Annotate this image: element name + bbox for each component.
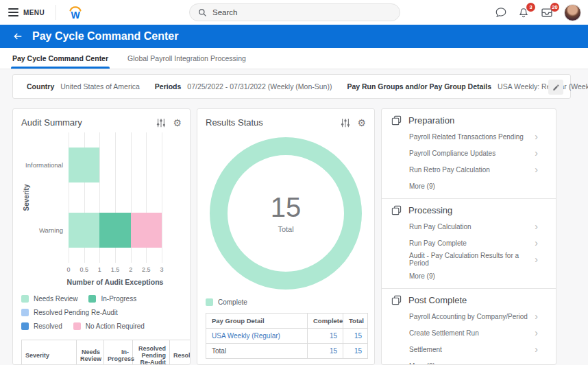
- inbox-badge: 20: [550, 3, 559, 12]
- chevron-right-icon: ›: [535, 222, 538, 231]
- legend-label: No Action Required: [86, 322, 145, 330]
- column-header: Severity: [22, 340, 77, 365]
- card-title: Audit Summary: [21, 117, 156, 128]
- card-actions: ⚙: [341, 118, 366, 128]
- column-header: Needs Review: [77, 340, 104, 365]
- results-table: Pay Group DetailCompleteTotal USA Weekly…: [206, 313, 368, 359]
- filter-value: 07/25/2022 - 07/31/2022 (Weekly (Mon-Sun…: [187, 82, 332, 91]
- process-link-item[interactable]: Payroll Accounting by Company/Period›: [382, 308, 556, 325]
- more-link[interactable]: More (9): [382, 268, 556, 284]
- legend-label: Needs Review: [34, 295, 77, 303]
- tab-global-payroll-integration-processing[interactable]: Global Payroll Integration Processing: [127, 48, 246, 69]
- process-link-item[interactable]: Run Retro Pay Calculation›: [382, 161, 556, 178]
- filter-bar: Country United States of America Periods…: [12, 74, 571, 99]
- table-cell: Total: [206, 344, 308, 359]
- audit-table: SeverityNeeds ReviewIn-ProgressResolved …: [21, 340, 191, 365]
- workday-logo[interactable]: W: [67, 5, 84, 21]
- legend-swatch: [88, 295, 96, 303]
- svg-text:W: W: [71, 10, 80, 21]
- bar-segment: [131, 213, 162, 248]
- gridline: [162, 132, 162, 263]
- inbox-button[interactable]: 20: [540, 6, 554, 19]
- legend-item: In-Progress: [88, 295, 136, 303]
- process-panel-card: PreparationPayroll Related Transactions …: [381, 108, 556, 365]
- results-table-body: USA Weekly (Regular)1515Total1515: [206, 329, 368, 359]
- process-link-item[interactable]: Payroll Compliance Updates›: [382, 145, 556, 161]
- filter-label: Periods: [155, 82, 182, 91]
- x-axis-label: Number of Audit Exceptions: [40, 278, 191, 286]
- more-link[interactable]: More (9): [382, 357, 556, 365]
- chevron-right-icon: ›: [535, 165, 538, 174]
- process-section: Post CompletePayroll Accounting by Compa…: [382, 288, 556, 365]
- results-legend: Complete: [206, 298, 374, 306]
- pages-icon: [391, 115, 402, 126]
- table-link-cell[interactable]: 15: [308, 344, 343, 359]
- audit-plot: [69, 132, 162, 263]
- process-section-header: Preparation: [382, 113, 556, 127]
- gear-icon[interactable]: ⚙: [357, 118, 366, 128]
- back-button[interactable]: [12, 31, 23, 42]
- process-link-item[interactable]: Run Pay Calculation›: [382, 218, 556, 235]
- divider: [56, 5, 56, 20]
- chat-icon: [495, 6, 507, 19]
- process-link-item[interactable]: Audit - Pay Calculation Results for a Pe…: [382, 251, 556, 268]
- page-title: Pay Cycle Command Center: [32, 30, 178, 43]
- chat-button[interactable]: [495, 6, 507, 19]
- table-link-cell[interactable]: 15: [343, 344, 368, 359]
- topbar-actions: 3 20: [495, 0, 581, 25]
- chart-settings-icon[interactable]: [341, 118, 350, 128]
- item-label: Run Pay Calculation: [409, 223, 471, 231]
- pages-icon: [391, 205, 402, 215]
- legend-item: No Action Required: [73, 322, 145, 330]
- item-label: Run Pay Complete: [409, 239, 467, 247]
- legend-label: Resolved: [34, 322, 62, 330]
- section-title: Post Complete: [408, 295, 467, 305]
- search-input[interactable]: [212, 8, 377, 16]
- table-link-cell[interactable]: 15: [308, 329, 343, 344]
- notifications-button[interactable]: 3: [517, 6, 530, 19]
- process-section-header: Processing: [382, 203, 556, 217]
- column-header: Resolved: [170, 340, 191, 365]
- chevron-right-icon: ›: [535, 344, 538, 354]
- bar-segment: [69, 213, 99, 248]
- audit-table-header-row: SeverityNeeds ReviewIn-ProgressResolved …: [22, 340, 191, 365]
- column-header: Total: [343, 314, 368, 329]
- tab-bar: Pay Cycle Command Center Global Payroll …: [0, 48, 588, 69]
- profile-avatar[interactable]: [564, 4, 581, 21]
- process-link-item[interactable]: Run Pay Complete›: [382, 235, 556, 251]
- process-section-header: Post Complete: [382, 293, 556, 307]
- table-row: USA Weekly (Regular)1515: [206, 329, 368, 344]
- workday-logo-icon: W: [67, 5, 84, 21]
- legend-item: Resolved: [21, 322, 62, 330]
- chevron-right-icon: ›: [535, 328, 538, 338]
- process-link-item[interactable]: Payroll Related Transactions Pending›: [382, 128, 556, 145]
- results-donut: 15 Total: [210, 137, 362, 290]
- menu-button[interactable]: MENU: [8, 8, 45, 16]
- process-link-item[interactable]: Settlement›: [382, 341, 556, 357]
- axis-category-label: Informational: [31, 132, 69, 198]
- audit-x-ticks: 00.511.522.53: [69, 266, 162, 274]
- axis-category-label: Warning: [31, 198, 69, 263]
- filter-label: Pay Run Groups and/or Pay Group Details: [347, 82, 491, 91]
- item-label: Payroll Compliance Updates: [409, 150, 495, 157]
- table-link-cell[interactable]: 15: [343, 329, 368, 344]
- table-row: Total1515: [206, 344, 368, 359]
- table-link-cell[interactable]: USA Weekly (Regular): [206, 329, 308, 344]
- legend-label: Resolved Pending Re-Audit: [34, 309, 118, 316]
- search-bar[interactable]: [189, 3, 400, 21]
- chart-settings-icon[interactable]: [156, 118, 166, 128]
- filter-label: Country: [27, 82, 54, 91]
- axis-tick-label: 2: [129, 266, 132, 273]
- item-label: Audit - Pay Calculation Results for a Pe…: [409, 252, 528, 267]
- gear-icon[interactable]: ⚙: [173, 118, 182, 128]
- more-link[interactable]: More (9): [382, 178, 556, 194]
- column-header: In-Progress: [104, 340, 133, 365]
- column-header: Pay Group Detail: [206, 314, 308, 329]
- process-link-item[interactable]: Create Settlement Run›: [382, 325, 556, 341]
- legend-swatch: [73, 322, 81, 330]
- legend-swatch: [21, 322, 29, 330]
- tab-pay-cycle-command-center[interactable]: Pay Cycle Command Center: [12, 48, 108, 69]
- edit-filters-button[interactable]: [548, 80, 563, 95]
- main-content: Audit Summary ⚙ Severity InformationalWa…: [12, 108, 588, 365]
- audit-legend: Needs ReviewIn-ProgressResolved Pending …: [13, 295, 180, 336]
